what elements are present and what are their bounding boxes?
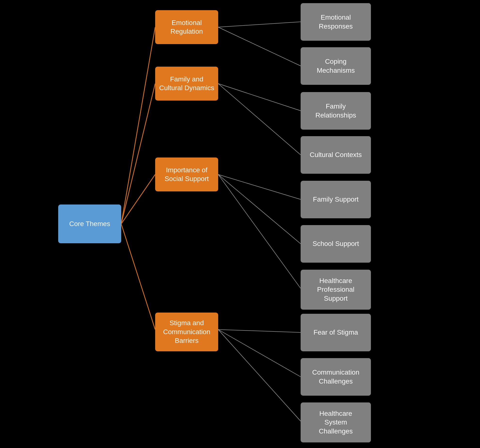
gr7-label: Healthcare Professional Support bbox=[317, 276, 354, 303]
gr4-label: Cultural Contexts bbox=[310, 150, 362, 159]
leaf-school-support: School Support bbox=[301, 225, 371, 263]
svg-line-12 bbox=[218, 330, 301, 377]
gr9-label: Communication Challenges bbox=[312, 368, 360, 386]
svg-line-9 bbox=[218, 174, 301, 244]
diagram-container: Core Themes Emotional Regulation Family … bbox=[0, 0, 480, 448]
svg-line-5 bbox=[218, 27, 301, 66]
gr5-label: Family Support bbox=[313, 195, 359, 204]
is-label: Importance of Social Support bbox=[165, 166, 209, 183]
gr10-label: Healthcare System Challenges bbox=[319, 409, 353, 436]
svg-line-10 bbox=[218, 174, 301, 288]
branch-social-support: Importance of Social Support bbox=[155, 157, 218, 191]
gr1-label: Emotional Responses bbox=[319, 13, 353, 31]
leaf-family-relationships: Family Relationships bbox=[301, 92, 371, 130]
root-label: Core Themes bbox=[69, 220, 110, 228]
root-node: Core Themes bbox=[58, 204, 121, 243]
svg-line-8 bbox=[218, 174, 301, 199]
gr8-label: Fear of Stigma bbox=[313, 328, 358, 337]
er-label: Emotional Regulation bbox=[170, 18, 203, 36]
svg-line-7 bbox=[218, 84, 301, 155]
svg-line-13 bbox=[218, 330, 301, 421]
svg-line-1 bbox=[121, 84, 155, 224]
sc-label: Stigma and Communication Barriers bbox=[163, 319, 210, 345]
branch-family-cultural: Family and Cultural Dynamics bbox=[155, 67, 218, 101]
svg-line-3 bbox=[121, 224, 155, 330]
leaf-family-support: Family Support bbox=[301, 181, 371, 218]
leaf-healthcare-professional-support: Healthcare Professional Support bbox=[301, 270, 371, 310]
branch-emotional-regulation: Emotional Regulation bbox=[155, 10, 218, 44]
leaf-communication-challenges: Communication Challenges bbox=[301, 358, 371, 396]
svg-line-0 bbox=[121, 27, 155, 224]
svg-line-6 bbox=[218, 84, 301, 111]
gr6-label: School Support bbox=[312, 239, 359, 248]
svg-line-2 bbox=[121, 174, 155, 224]
leaf-coping-mechanisms: Coping Mechanisms bbox=[301, 47, 371, 85]
gr2-label: Coping Mechanisms bbox=[317, 57, 355, 75]
leaf-emotional-responses: Emotional Responses bbox=[301, 3, 371, 41]
leaf-fear-stigma: Fear of Stigma bbox=[301, 314, 371, 351]
leaf-healthcare-system-challenges: Healthcare System Challenges bbox=[301, 402, 371, 442]
gr3-label: Family Relationships bbox=[315, 102, 356, 120]
branch-stigma-comm: Stigma and Communication Barriers bbox=[155, 313, 218, 351]
leaf-cultural-contexts: Cultural Contexts bbox=[301, 136, 371, 174]
fc-label: Family and Cultural Dynamics bbox=[159, 75, 214, 93]
svg-line-4 bbox=[218, 22, 301, 27]
svg-line-11 bbox=[218, 330, 301, 332]
